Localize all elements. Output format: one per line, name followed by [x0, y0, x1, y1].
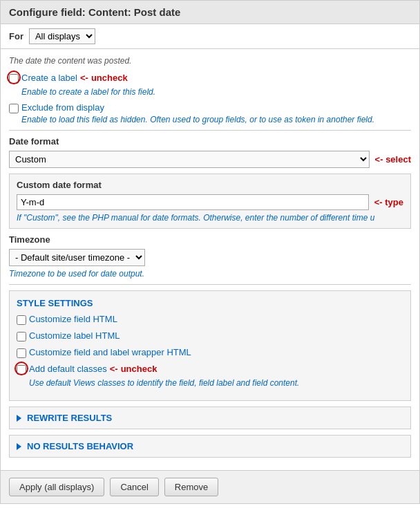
- exclude-display-checkbox[interactable]: [9, 104, 19, 113]
- customize-field-html-row: Customize field HTML: [17, 314, 403, 325]
- rewrite-results-title: REWRITE RESULTS: [17, 413, 403, 423]
- divider-1: [9, 130, 411, 131]
- date-format-select[interactable]: Custom: [9, 151, 370, 168]
- custom-date-subsection: Custom date format <- type If "Custom", …: [9, 174, 411, 229]
- custom-date-format-label: Custom date format: [17, 180, 403, 190]
- create-label-row: Create a label <- uncheck Enable to crea…: [9, 73, 411, 97]
- date-format-annotation: <- select: [375, 154, 411, 165]
- create-label-checkbox[interactable]: [9, 74, 19, 84]
- customize-field-html-label: Customize field HTML: [29, 314, 117, 324]
- exclude-display-text: Exclude from display: [21, 102, 104, 113]
- add-default-classes-checkbox[interactable]: [17, 365, 26, 375]
- timezone-select[interactable]: - Default site/user timezone -: [9, 249, 145, 266]
- no-results-title: NO RESULTS BEHAVIOR: [17, 441, 403, 451]
- create-label-checkbox-wrapper: [9, 73, 19, 86]
- create-label-annotation: <- uncheck: [80, 73, 128, 83]
- add-default-classes-wrapper: [17, 364, 26, 377]
- add-default-classes-checkbox-row: Add default classes <- uncheck: [17, 364, 403, 377]
- timezone-hint: Timezone to be used for date output.: [9, 269, 411, 279]
- dialog-header: Configure field: Content: Post date: [1, 1, 419, 24]
- arrow-icon: <-: [80, 73, 88, 83]
- for-select[interactable]: All displays: [29, 28, 95, 44]
- no-results-section[interactable]: NO RESULTS BEHAVIOR: [9, 435, 411, 458]
- create-label-hint: Enable to create a label for this field.: [21, 87, 411, 97]
- timezone-label: Timezone: [9, 234, 411, 245]
- cancel-button[interactable]: Cancel: [110, 478, 158, 496]
- customize-wrapper-html-label: Customize field and label wrapper HTML: [29, 347, 191, 357]
- customize-label-html-checkbox[interactable]: [17, 332, 26, 341]
- add-default-classes-row: Add default classes <- uncheck Use defau…: [17, 364, 403, 388]
- custom-date-annotation: <- type: [374, 197, 403, 207]
- exclude-display-hint: Enable to load this field as hidden. Oft…: [21, 115, 411, 124]
- customize-label-html-label: Customize label HTML: [29, 330, 120, 341]
- for-label: For: [9, 31, 23, 41]
- add-default-hint: Use default Views classes to identify th…: [29, 378, 403, 388]
- customize-wrapper-html-checkbox-row: Customize field and label wrapper HTML: [17, 347, 403, 358]
- no-results-triangle-icon: [17, 443, 21, 450]
- customize-label-html-checkbox-row: Customize label HTML: [17, 330, 403, 341]
- date-format-row: Date format Custom <- select: [9, 136, 411, 168]
- custom-date-format-input[interactable]: [17, 194, 369, 210]
- create-label-text: Create a label: [21, 73, 77, 83]
- date-format-label: Date format: [9, 136, 411, 147]
- add-default-classes-label: Add default classes: [29, 364, 107, 374]
- customize-field-html-checkbox-row: Customize field HTML: [17, 314, 403, 325]
- exclude-display-checkbox-row: Exclude from display: [9, 102, 411, 113]
- timezone-row: Timezone - Default site/user timezone - …: [9, 234, 411, 279]
- date-format-select-row: Custom <- select: [9, 151, 411, 168]
- divider-2: [9, 284, 411, 285]
- style-settings-title: STYLE SETTINGS: [17, 298, 403, 308]
- customize-field-html-checkbox[interactable]: [17, 315, 26, 325]
- footer-buttons: Apply (all displays) Cancel Remove: [1, 470, 419, 503]
- configure-field-dialog: Configure field: Content: Post date For …: [0, 0, 420, 504]
- main-content: The date the content was posted. Create …: [1, 49, 419, 470]
- triangle-icon: [17, 415, 21, 422]
- remove-button[interactable]: Remove: [164, 478, 218, 496]
- customize-label-html-row: Customize label HTML: [17, 330, 403, 341]
- apply-button[interactable]: Apply (all displays): [9, 478, 104, 496]
- dialog-title: Configure field: Content: Post date: [9, 6, 411, 18]
- custom-date-hint: If "Custom", see the PHP manual for date…: [17, 213, 403, 223]
- create-label-checkbox-row: Create a label <- uncheck: [9, 73, 411, 86]
- add-default-annotation: <- uncheck: [110, 364, 158, 374]
- field-description: The date the content was posted.: [9, 56, 411, 66]
- uncheck-text: uncheck: [91, 73, 128, 83]
- customize-wrapper-html-row: Customize field and label wrapper HTML: [17, 347, 403, 358]
- customize-wrapper-html-checkbox[interactable]: [17, 348, 26, 358]
- no-results-label: NO RESULTS BEHAVIOR: [27, 441, 133, 451]
- custom-date-input-row: <- type: [17, 194, 403, 210]
- for-row: For All displays: [1, 24, 419, 49]
- add-default-uncheck-text: uncheck: [121, 364, 158, 374]
- rewrite-results-label: REWRITE RESULTS: [27, 413, 112, 423]
- style-settings-section: STYLE SETTINGS Customize field HTML Cust…: [9, 290, 411, 401]
- exclude-display-row: Exclude from display Enable to load this…: [9, 102, 411, 124]
- add-default-arrow: <-: [110, 364, 118, 374]
- rewrite-results-section[interactable]: REWRITE RESULTS: [9, 406, 411, 429]
